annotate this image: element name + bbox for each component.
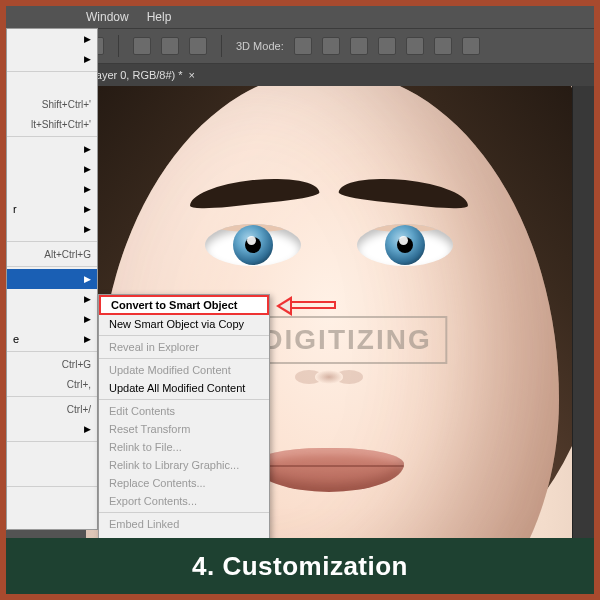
menu-bar: Window Help bbox=[6, 6, 594, 28]
opt-separator bbox=[118, 35, 119, 57]
callout-arrow-icon bbox=[276, 296, 336, 316]
close-tab-icon[interactable]: × bbox=[189, 69, 195, 81]
menu-item[interactable]: Shift+Ctrl+' bbox=[7, 94, 97, 114]
mode-icon-3[interactable] bbox=[350, 37, 368, 55]
menu-item[interactable] bbox=[7, 509, 97, 529]
app-frame: Window Help 3D Mode: (Layer 0, RGB/8#) *… bbox=[6, 6, 594, 594]
menu-item[interactable]: ▶ bbox=[7, 219, 97, 239]
mode-icon-7[interactable] bbox=[462, 37, 480, 55]
menu-item[interactable]: e▶ bbox=[7, 329, 97, 349]
menu-item[interactable] bbox=[7, 464, 97, 484]
menu-update-all-modified-content[interactable]: Update All Modified Content bbox=[99, 379, 269, 397]
opt-icon-4[interactable] bbox=[189, 37, 207, 55]
document-tab[interactable]: (Layer 0, RGB/8#) * bbox=[86, 69, 183, 81]
menu-separator bbox=[99, 399, 269, 400]
menu-item[interactable] bbox=[7, 444, 97, 464]
menu-relink-to-file: Relink to File... bbox=[99, 438, 269, 456]
menu-item[interactable]: ▶ bbox=[7, 179, 97, 199]
opt-icon-3[interactable] bbox=[161, 37, 179, 55]
menu-item[interactable] bbox=[7, 74, 97, 94]
menu-convert-to-smart-object[interactable]: Convert to Smart Object bbox=[99, 295, 269, 315]
menu-window[interactable]: Window bbox=[86, 10, 129, 24]
menu-item[interactable]: Ctrl+, bbox=[7, 374, 97, 394]
mode-icon-4[interactable] bbox=[378, 37, 396, 55]
menu-export-contents: Export Contents... bbox=[99, 492, 269, 510]
menu-separator bbox=[7, 396, 97, 397]
menu-separator bbox=[99, 335, 269, 336]
menu-embed-linked: Embed Linked bbox=[99, 515, 269, 533]
menu-help[interactable]: Help bbox=[147, 10, 172, 24]
smart-object-submenu: Convert to Smart Object New Smart Object… bbox=[98, 294, 270, 570]
menu-separator bbox=[7, 241, 97, 242]
menu-separator bbox=[99, 358, 269, 359]
mode-icon-1[interactable] bbox=[294, 37, 312, 55]
menu-separator bbox=[99, 512, 269, 513]
menu-separator bbox=[7, 486, 97, 487]
menu-item[interactable]: ▶ bbox=[7, 139, 97, 159]
menu-item[interactable]: ▶ bbox=[7, 419, 97, 439]
menu-separator bbox=[7, 71, 97, 72]
mode-icon-5[interactable] bbox=[406, 37, 424, 55]
menu-separator bbox=[7, 266, 97, 267]
menu-reset-transform: Reset Transform bbox=[99, 420, 269, 438]
menu-item[interactable]: ▶ bbox=[7, 49, 97, 69]
watermark-text: DIGITIZING bbox=[262, 324, 431, 356]
menu-item[interactable]: Ctrl+/ bbox=[7, 399, 97, 419]
menu-item[interactable]: ▶ bbox=[7, 289, 97, 309]
menu-edit-contents: Edit Contents bbox=[99, 402, 269, 420]
menu-item[interactable]: ▶ bbox=[7, 29, 97, 49]
menu-reveal-in-explorer: Reveal in Explorer bbox=[99, 338, 269, 356]
menu-item[interactable]: ▶ bbox=[7, 309, 97, 329]
right-panel-strip[interactable] bbox=[572, 86, 594, 594]
menu-item[interactable]: r▶ bbox=[7, 199, 97, 219]
menu-separator bbox=[7, 441, 97, 442]
menu-replace-contents: Replace Contents... bbox=[99, 474, 269, 492]
menu-item[interactable]: ▶ bbox=[7, 159, 97, 179]
menu-new-smart-object-via-copy[interactable]: New Smart Object via Copy bbox=[99, 315, 269, 333]
menu-separator bbox=[7, 351, 97, 352]
parent-menu: ▶ ▶ Shift+Ctrl+' lt+Shift+Ctrl+' ▶ ▶ ▶ r… bbox=[6, 28, 98, 530]
menu-item-smart-objects[interactable]: ▶ bbox=[7, 269, 97, 289]
opt-separator-2 bbox=[221, 35, 222, 57]
menu-item[interactable]: lt+Shift+Ctrl+' bbox=[7, 114, 97, 134]
menu-separator bbox=[7, 136, 97, 137]
mode-icon-6[interactable] bbox=[434, 37, 452, 55]
menu-item[interactable]: Ctrl+G bbox=[7, 354, 97, 374]
menu-item[interactable] bbox=[7, 489, 97, 509]
menu-update-modified-content: Update Modified Content bbox=[99, 361, 269, 379]
mode-icon-2[interactable] bbox=[322, 37, 340, 55]
opt-icon-2[interactable] bbox=[133, 37, 151, 55]
step-caption: 4. Customization bbox=[6, 538, 594, 594]
menu-relink-to-library-graphic: Relink to Library Graphic... bbox=[99, 456, 269, 474]
menu-item[interactable]: Alt+Ctrl+G bbox=[7, 244, 97, 264]
mode-label: 3D Mode: bbox=[236, 40, 284, 52]
